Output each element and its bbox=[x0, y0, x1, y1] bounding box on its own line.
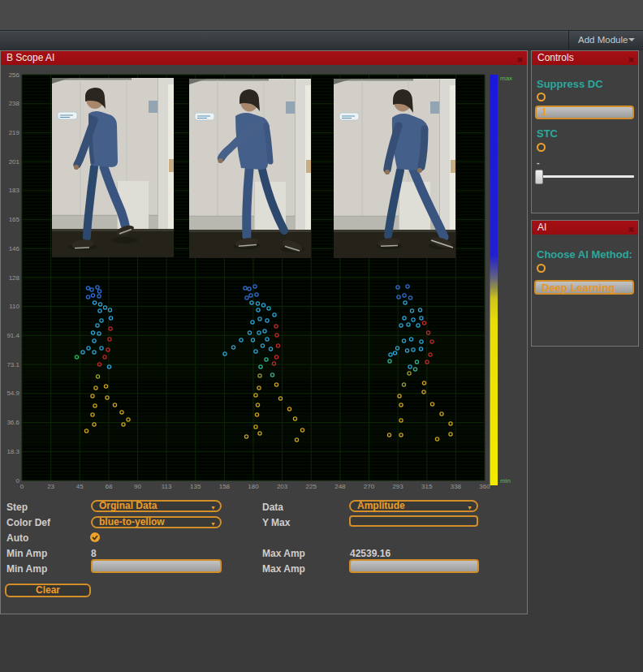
svg-text:360: 360 bbox=[479, 483, 490, 490]
svg-text:135: 135 bbox=[190, 483, 201, 490]
svg-text:315: 315 bbox=[421, 483, 433, 490]
svg-text:min: min bbox=[500, 477, 511, 485]
svg-text:0: 0 bbox=[20, 483, 24, 490]
svg-text:338: 338 bbox=[451, 483, 462, 490]
svg-text:158: 158 bbox=[219, 483, 231, 490]
svg-text:128: 128 bbox=[9, 274, 20, 282]
svg-text:146: 146 bbox=[9, 245, 20, 252]
svg-text:91.4: 91.4 bbox=[6, 332, 19, 339]
svg-text:203: 203 bbox=[277, 483, 288, 490]
svg-text:45: 45 bbox=[76, 483, 84, 490]
svg-text:183: 183 bbox=[9, 187, 20, 194]
svg-text:113: 113 bbox=[162, 483, 172, 490]
svg-text:73.1: 73.1 bbox=[6, 361, 19, 368]
svg-text:225: 225 bbox=[306, 483, 317, 490]
svg-text:max: max bbox=[500, 75, 512, 82]
svg-text:201: 201 bbox=[9, 158, 20, 166]
svg-text:293: 293 bbox=[392, 483, 403, 490]
svg-text:90: 90 bbox=[134, 483, 141, 490]
svg-text:110: 110 bbox=[9, 303, 19, 310]
svg-text:219: 219 bbox=[9, 129, 20, 136]
svg-text:180: 180 bbox=[248, 483, 259, 490]
svg-text:23: 23 bbox=[47, 483, 54, 490]
svg-text:36.6: 36.6 bbox=[6, 419, 19, 426]
svg-text:248: 248 bbox=[334, 483, 346, 490]
svg-text:18.3: 18.3 bbox=[6, 448, 19, 455]
svg-text:238: 238 bbox=[9, 100, 20, 107]
svg-text:256: 256 bbox=[9, 71, 20, 79]
svg-text:270: 270 bbox=[364, 483, 375, 490]
svg-text:68: 68 bbox=[105, 483, 112, 490]
svg-text:165: 165 bbox=[9, 216, 20, 223]
svg-text:54.9: 54.9 bbox=[6, 390, 19, 397]
